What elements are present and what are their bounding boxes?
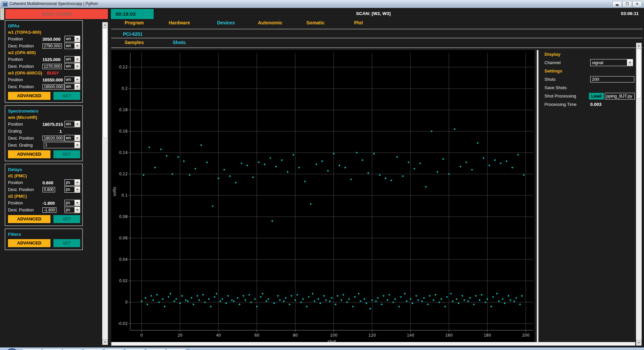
x-tick-label: 180 [484,333,491,338]
x-tick-label: 40 [216,333,221,338]
chevron-down-icon[interactable]: ▼ [74,187,80,192]
window-titlebar[interactable]: Coherent Multidimensional Spectroscopy |… [0,0,644,8]
dest-grating-select[interactable]: 1▼ [44,142,80,148]
hardware-row: Dest. Position2790.000wn▼ [8,42,80,49]
y-tick-label: 0.14 [119,150,128,155]
dest-position-input[interactable]: 18020.000 [42,136,64,141]
tab-program[interactable]: Program [125,20,144,25]
set-button[interactable]: SET [53,92,80,100]
units-select[interactable]: ps▼ [64,179,80,186]
subtab-samples[interactable]: Samples [125,40,144,45]
set-button[interactable]: SET [53,150,80,158]
chevron-down-icon[interactable]: ▼ [74,36,80,42]
shots-scatter-plot[interactable]: 0204060801001201401601802000.220.20.180.… [111,50,534,343]
shots-input[interactable]: 200 [590,76,634,82]
display-header: Display [544,50,635,58]
dest-position-input[interactable]: 0.600 [42,187,55,192]
row-label: Position [8,37,42,41]
section-title: Delays [8,166,80,173]
dest-position-input[interactable]: 2790.000 [42,43,62,49]
settings-header: Settings [544,67,635,75]
start-orb-icon[interactable] [6,348,18,350]
tab-autonomic[interactable]: Autonomic [258,20,282,25]
section-title: OPAs [8,23,80,29]
chevron-down-icon[interactable]: ▼ [627,59,633,66]
horizontal-scrollbar[interactable] [111,342,635,346]
windows-taskbar[interactable] [0,347,644,350]
units-select[interactable]: ps▼ [64,186,80,193]
units-select[interactable]: wn▼ [64,135,80,141]
tab-hardware[interactable]: Hardware [169,20,190,25]
select-value: wn [65,56,74,62]
advanced-button[interactable]: ADVANCED [8,215,50,223]
taskbar-button-green-app[interactable] [84,348,103,350]
chevron-down-icon[interactable]: ▼ [74,77,80,82]
shutdown-button[interactable]: SHUT DOWN [5,9,108,19]
y-tick-label: -0.02 [118,321,128,326]
tab-pci-6251[interactable]: PCI-6251 [123,31,143,37]
units-select[interactable]: wn▼ [64,83,80,90]
dest-position-input[interactable]: -1.800 [42,207,56,213]
y-tick-label: 0.02 [119,279,128,283]
units-select[interactable]: ps▼ [64,200,80,206]
chevron-down-icon[interactable]: ▼ [74,135,80,141]
chevron-down-icon[interactable]: ▼ [74,56,80,62]
x-tick-label: 0 [140,333,143,338]
chevron-down-icon[interactable]: ▼ [74,84,80,90]
tab-plot[interactable]: Plot [354,20,363,25]
units-select[interactable]: wn▼ [64,121,80,127]
scroll-up-icon[interactable]: ▲ [102,22,108,28]
units-select[interactable]: wn▼ [64,76,80,83]
units-select[interactable]: wn▼ [64,56,80,62]
advanced-button[interactable]: ADVANCED [8,239,50,247]
channel-select[interactable]: signal ▼ [590,59,633,66]
set-button[interactable]: SET [53,215,80,223]
units-select[interactable]: ps▼ [64,207,80,213]
subtab-shots[interactable]: Shots [173,40,186,45]
taskbar-button-window-app[interactable] [146,348,166,350]
taskbar-button-orange-app[interactable] [22,348,42,350]
position-readout: 3050.000 [42,37,60,42]
hardware-sidebar: OPAsw1 (TOPAS-800)Position3050.000wn▼Des… [5,20,83,252]
units-select[interactable]: wn▼ [64,36,80,42]
position-readout: 16550.000 [42,77,63,82]
chevron-down-icon[interactable]: ▼ [74,43,80,49]
chevron-down-icon[interactable]: ▼ [74,200,80,206]
taskbar-button-red-app[interactable] [42,348,62,350]
taskbar-button-blue-app[interactable] [166,348,186,350]
chevron-down-icon[interactable]: ▼ [74,121,80,127]
chevron-down-icon[interactable]: ▼ [74,180,80,185]
dest-position-input[interactable]: 1270.000 [42,64,62,69]
chevron-down-icon[interactable]: ▼ [74,142,80,148]
splitter-handle[interactable] [537,50,538,343]
scatter-points [141,128,524,310]
shot-processing-file-input[interactable]: pping_BJT.py [605,93,635,100]
load-button[interactable]: Load [589,93,604,100]
advanced-button[interactable]: ADVANCED [8,150,50,158]
chevron-down-icon[interactable]: ▼ [74,63,80,69]
restore-button-icon[interactable]: ❐ [622,1,632,7]
sidebar-scrollbar[interactable]: ▲ ▼ [102,22,108,345]
main-scrollbar-thumb[interactable] [636,49,641,99]
taskbar-button-app[interactable] [125,348,145,350]
dest-position-input[interactable]: 16500.000 [42,84,64,90]
units-select[interactable]: wn▼ [64,43,80,49]
sidebar-scrollbar-thumb[interactable] [103,28,108,138]
set-button[interactable]: SET [53,239,80,247]
taskbar-button-purple-app[interactable] [62,348,82,350]
scroll-down-icon[interactable]: ▼ [102,339,108,345]
x-tick-label: 120 [368,333,376,338]
units-select[interactable]: wn▼ [64,63,80,69]
chevron-down-icon[interactable]: ▼ [74,207,80,213]
scroll-up-icon[interactable]: ▲ [636,43,642,48]
minimize-button-icon[interactable]: ▃ [612,1,622,7]
scroll-down-icon[interactable]: ▼ [636,340,642,346]
hardware-row: Dest. Position16500.000wn▼ [8,83,80,90]
advanced-button[interactable]: ADVANCED [8,92,50,100]
row-label: Grating [8,129,59,134]
taskbar-button-app[interactable] [104,348,124,350]
tab-somatic[interactable]: Somatic [306,20,324,25]
close-button-icon[interactable]: ✕ [632,1,642,7]
tab-devices[interactable]: Devices [217,20,235,25]
main-scrollbar[interactable]: ▲ ▼ [636,43,642,346]
